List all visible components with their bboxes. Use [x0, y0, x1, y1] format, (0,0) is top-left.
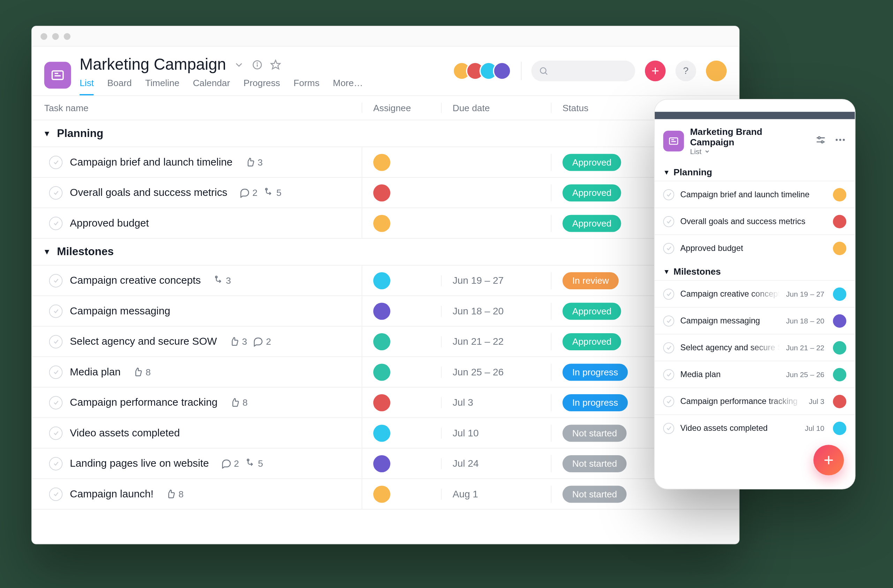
complete-toggle[interactable]: [49, 396, 63, 409]
complete-toggle[interactable]: [49, 155, 63, 169]
assignee-avatar[interactable]: [373, 272, 390, 289]
due-date[interactable]: Jul 10: [441, 428, 551, 438]
tab-more[interactable]: More…: [333, 77, 363, 95]
task-row[interactable]: Campaign performance tracking 8Jul 3In p…: [32, 387, 739, 418]
mobile-project-title[interactable]: Marketing Brand Campaign: [690, 126, 809, 147]
assignee-avatar[interactable]: [833, 421, 846, 435]
due-date[interactable]: Jun 21 – 22: [441, 336, 551, 347]
project-members[interactable]: [453, 62, 511, 80]
assignee-avatar[interactable]: [833, 314, 846, 327]
task-row[interactable]: Campaign brief and launch timeline 3Appr…: [32, 147, 739, 178]
task-row[interactable]: Campaign messagingJun 18 – 20Approved: [32, 296, 739, 327]
task-row[interactable]: Overall goals and success metrics 2 5App…: [32, 177, 739, 208]
mobile-section-header[interactable]: ▼Milestones: [655, 261, 855, 280]
complete-toggle[interactable]: [663, 216, 674, 227]
assignee-avatar[interactable]: [373, 363, 390, 380]
window-zoom-icon[interactable]: [64, 33, 71, 39]
task-row[interactable]: Select agency and secure SOW 3 2Jun 21 –…: [32, 326, 739, 357]
due-date[interactable]: Jun 19 – 27: [441, 274, 551, 286]
complete-toggle[interactable]: [49, 426, 63, 440]
assignee-avatar[interactable]: [373, 424, 390, 441]
filter-icon[interactable]: [815, 134, 827, 148]
tab-progress[interactable]: Progress: [244, 77, 280, 95]
section-header[interactable]: ▼Milestones: [32, 238, 739, 265]
help-button[interactable]: ?: [675, 60, 696, 81]
column-due[interactable]: Due date: [441, 102, 551, 113]
assignee-avatar[interactable]: [373, 485, 390, 502]
assignee-avatar[interactable]: [833, 368, 846, 381]
info-icon[interactable]: [252, 59, 263, 70]
complete-toggle[interactable]: [663, 423, 674, 434]
status-pill[interactable]: Not started: [563, 424, 627, 441]
task-row[interactable]: Video assets completedJul 10Not started: [32, 418, 739, 448]
due-date[interactable]: Jul 3: [441, 397, 551, 408]
assignee-avatar[interactable]: [833, 394, 846, 408]
mobile-task-row[interactable]: Campaign brief and launch timeline: [655, 180, 855, 207]
section-header[interactable]: ▼Planning: [32, 120, 739, 147]
task-row[interactable]: Campaign launch! 8Aug 1Not started: [32, 479, 739, 510]
status-pill[interactable]: Approved: [563, 184, 621, 201]
complete-toggle[interactable]: [49, 216, 63, 230]
assignee-avatar[interactable]: [373, 214, 390, 231]
task-row[interactable]: Media plan 8Jun 25 – 26In progress: [32, 357, 739, 388]
complete-toggle[interactable]: [49, 274, 63, 287]
assignee-avatar[interactable]: [833, 188, 846, 201]
tab-list[interactable]: List: [80, 77, 94, 95]
complete-toggle[interactable]: [49, 365, 63, 378]
assignee-avatar[interactable]: [373, 184, 390, 201]
due-date[interactable]: Aug 1: [441, 488, 551, 500]
complete-toggle[interactable]: [663, 369, 674, 380]
task-row[interactable]: Landing pages live on website 2 5Jul 24N…: [32, 448, 739, 479]
chevron-down-icon[interactable]: [233, 59, 245, 70]
status-pill[interactable]: Not started: [563, 485, 627, 502]
complete-toggle[interactable]: [49, 304, 63, 318]
search-input[interactable]: [531, 60, 635, 81]
complete-toggle[interactable]: [49, 487, 63, 501]
complete-toggle[interactable]: [663, 243, 674, 254]
status-pill[interactable]: Approved: [563, 333, 621, 350]
complete-toggle[interactable]: [663, 342, 674, 353]
tab-board[interactable]: Board: [107, 77, 132, 95]
more-icon[interactable]: [834, 134, 846, 148]
status-pill[interactable]: Approved: [563, 302, 621, 319]
task-row[interactable]: Approved budgetApproved: [32, 208, 739, 239]
status-pill[interactable]: Approved: [563, 214, 621, 231]
column-task[interactable]: Task name: [32, 102, 362, 113]
mobile-task-row[interactable]: Media planJun 25 – 26: [655, 360, 855, 387]
current-user-avatar[interactable]: [706, 60, 727, 81]
due-date[interactable]: Jul 24: [441, 458, 551, 469]
tab-forms[interactable]: Forms: [293, 77, 319, 95]
star-icon[interactable]: [270, 59, 281, 70]
window-minimize-icon[interactable]: [52, 33, 59, 39]
column-assignee[interactable]: Assignee: [362, 102, 441, 113]
status-pill[interactable]: In progress: [563, 394, 628, 411]
mobile-add-button[interactable]: +: [813, 445, 844, 476]
complete-toggle[interactable]: [49, 334, 63, 348]
add-button[interactable]: +: [645, 60, 666, 81]
status-pill[interactable]: In review: [563, 272, 619, 289]
complete-toggle[interactable]: [663, 315, 674, 326]
mobile-task-row[interactable]: Select agency and secure SOWJun 21 – 22: [655, 333, 855, 360]
due-date[interactable]: Jun 18 – 20: [441, 305, 551, 316]
due-date[interactable]: Jun 25 – 26: [441, 366, 551, 378]
assignee-avatar[interactable]: [373, 153, 390, 171]
tab-calendar[interactable]: Calendar: [193, 77, 230, 95]
status-pill[interactable]: In progress: [563, 363, 628, 380]
assignee-avatar[interactable]: [373, 302, 390, 319]
project-title[interactable]: Marketing Campaign: [80, 55, 226, 74]
mobile-task-row[interactable]: Video assets completedJul 10: [655, 414, 855, 441]
complete-toggle[interactable]: [663, 396, 674, 407]
mobile-task-row[interactable]: Campaign messagingJun 18 – 20: [655, 307, 855, 333]
window-close-icon[interactable]: [41, 33, 47, 39]
mobile-view-selector[interactable]: List: [690, 147, 809, 156]
tab-timeline[interactable]: Timeline: [145, 77, 179, 95]
task-row[interactable]: Campaign creative concepts 3Jun 19 – 27I…: [32, 265, 739, 296]
status-pill[interactable]: Not started: [563, 455, 627, 472]
mobile-task-row[interactable]: Campaign performance trackingJul 3: [655, 387, 855, 414]
assignee-avatar[interactable]: [833, 287, 846, 300]
complete-toggle[interactable]: [49, 186, 63, 200]
assignee-avatar[interactable]: [833, 214, 846, 228]
mobile-task-row[interactable]: Overall goals and success metrics: [655, 207, 855, 234]
complete-toggle[interactable]: [663, 288, 674, 299]
assignee-avatar[interactable]: [833, 340, 846, 354]
